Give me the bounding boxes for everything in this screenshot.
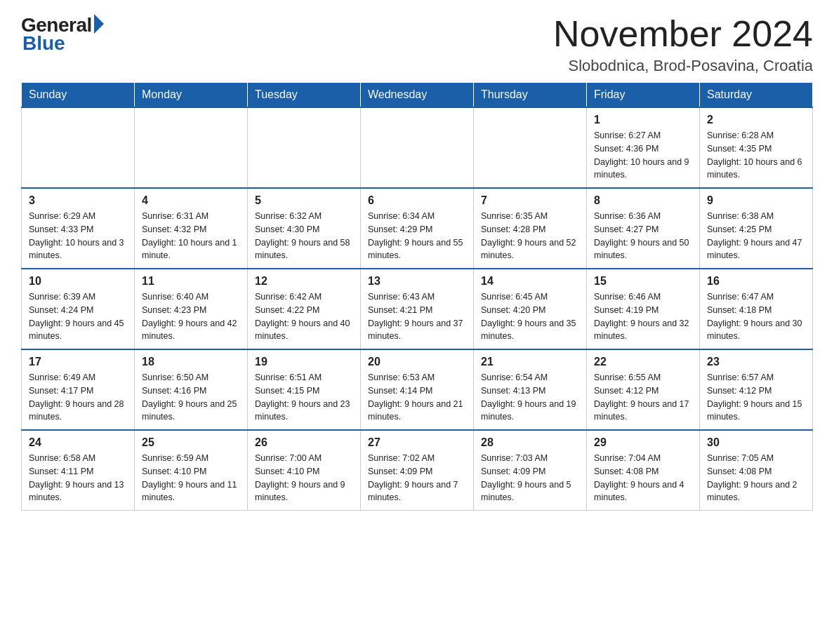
calendar-week-row: 17Sunrise: 6:49 AMSunset: 4:17 PMDayligh… <box>22 349 813 430</box>
day-info: Sunrise: 7:05 AMSunset: 4:08 PMDaylight:… <box>707 452 805 504</box>
day-number: 16 <box>707 275 805 288</box>
day-info: Sunrise: 6:38 AMSunset: 4:25 PMDaylight:… <box>707 210 805 262</box>
table-row: 11Sunrise: 6:40 AMSunset: 4:23 PMDayligh… <box>135 269 248 349</box>
day-number: 10 <box>29 275 127 288</box>
day-info: Sunrise: 6:31 AMSunset: 4:32 PMDaylight:… <box>142 210 240 262</box>
table-row: 14Sunrise: 6:45 AMSunset: 4:20 PMDayligh… <box>474 269 587 349</box>
day-number: 6 <box>368 194 466 207</box>
table-row: 18Sunrise: 6:50 AMSunset: 4:16 PMDayligh… <box>135 349 248 430</box>
day-number: 25 <box>142 436 240 449</box>
table-row: 12Sunrise: 6:42 AMSunset: 4:22 PMDayligh… <box>248 269 361 349</box>
table-row: 9Sunrise: 6:38 AMSunset: 4:25 PMDaylight… <box>700 188 813 269</box>
table-row <box>135 107 248 188</box>
table-row: 16Sunrise: 6:47 AMSunset: 4:18 PMDayligh… <box>700 269 813 349</box>
day-info: Sunrise: 6:55 AMSunset: 4:12 PMDaylight:… <box>594 371 692 424</box>
day-number: 12 <box>255 275 353 288</box>
day-info: Sunrise: 6:40 AMSunset: 4:23 PMDaylight:… <box>142 290 240 343</box>
day-number: 4 <box>142 194 240 207</box>
table-row: 29Sunrise: 7:04 AMSunset: 4:08 PMDayligh… <box>587 430 700 511</box>
table-row: 24Sunrise: 6:58 AMSunset: 4:11 PMDayligh… <box>22 430 135 511</box>
day-number: 14 <box>481 275 579 288</box>
day-number: 8 <box>594 194 692 207</box>
table-row: 8Sunrise: 6:36 AMSunset: 4:27 PMDaylight… <box>587 188 700 269</box>
calendar-week-row: 3Sunrise: 6:29 AMSunset: 4:33 PMDaylight… <box>22 188 813 269</box>
day-number: 7 <box>481 194 579 207</box>
day-number: 19 <box>255 356 353 368</box>
table-row: 13Sunrise: 6:43 AMSunset: 4:21 PMDayligh… <box>361 269 474 349</box>
day-number: 9 <box>707 194 805 207</box>
day-info: Sunrise: 6:32 AMSunset: 4:30 PMDaylight:… <box>255 210 353 262</box>
day-info: Sunrise: 6:29 AMSunset: 4:33 PMDaylight:… <box>29 210 127 262</box>
table-row: 21Sunrise: 6:54 AMSunset: 4:13 PMDayligh… <box>474 349 587 430</box>
table-row <box>361 107 474 188</box>
day-number: 22 <box>594 356 692 368</box>
day-info: Sunrise: 6:28 AMSunset: 4:35 PMDaylight:… <box>707 129 805 182</box>
day-info: Sunrise: 6:58 AMSunset: 4:11 PMDaylight:… <box>29 452 127 504</box>
logo-arrow-icon <box>94 14 104 34</box>
location-text: Slobodnica, Brod-Posavina, Croatia <box>553 57 813 75</box>
calendar-header-row: Sunday Monday Tuesday Wednesday Thursday… <box>22 83 813 108</box>
calendar-week-row: 10Sunrise: 6:39 AMSunset: 4:24 PMDayligh… <box>22 269 813 349</box>
day-number: 15 <box>594 275 692 288</box>
table-row <box>22 107 135 188</box>
col-sunday: Sunday <box>22 83 135 108</box>
day-number: 29 <box>594 436 692 449</box>
table-row <box>248 107 361 188</box>
day-info: Sunrise: 6:59 AMSunset: 4:10 PMDaylight:… <box>142 452 240 504</box>
day-info: Sunrise: 7:02 AMSunset: 4:09 PMDaylight:… <box>368 452 466 504</box>
day-info: Sunrise: 6:57 AMSunset: 4:12 PMDaylight:… <box>707 371 805 424</box>
table-row: 25Sunrise: 6:59 AMSunset: 4:10 PMDayligh… <box>135 430 248 511</box>
table-row: 22Sunrise: 6:55 AMSunset: 4:12 PMDayligh… <box>587 349 700 430</box>
page-header: General Blue November 2024 Slobodnica, B… <box>21 14 813 75</box>
day-number: 18 <box>142 356 240 368</box>
day-info: Sunrise: 6:39 AMSunset: 4:24 PMDaylight:… <box>29 290 127 343</box>
calendar-table: Sunday Monday Tuesday Wednesday Thursday… <box>21 82 813 511</box>
calendar-week-row: 24Sunrise: 6:58 AMSunset: 4:11 PMDayligh… <box>22 430 813 511</box>
col-wednesday: Wednesday <box>361 83 474 108</box>
day-number: 21 <box>481 356 579 368</box>
day-number: 1 <box>594 114 692 126</box>
table-row: 23Sunrise: 6:57 AMSunset: 4:12 PMDayligh… <box>700 349 813 430</box>
logo-blue-text: Blue <box>21 32 65 55</box>
title-section: November 2024 Slobodnica, Brod-Posavina,… <box>553 14 813 75</box>
day-number: 24 <box>29 436 127 449</box>
day-info: Sunrise: 6:45 AMSunset: 4:20 PMDaylight:… <box>481 290 579 343</box>
day-number: 13 <box>368 275 466 288</box>
day-info: Sunrise: 6:42 AMSunset: 4:22 PMDaylight:… <box>255 290 353 343</box>
day-info: Sunrise: 7:03 AMSunset: 4:09 PMDaylight:… <box>481 452 579 504</box>
day-number: 30 <box>707 436 805 449</box>
table-row: 28Sunrise: 7:03 AMSunset: 4:09 PMDayligh… <box>474 430 587 511</box>
day-number: 2 <box>707 114 805 126</box>
col-monday: Monday <box>135 83 248 108</box>
day-info: Sunrise: 6:50 AMSunset: 4:16 PMDaylight:… <box>142 371 240 424</box>
day-info: Sunrise: 6:34 AMSunset: 4:29 PMDaylight:… <box>368 210 466 262</box>
day-number: 20 <box>368 356 466 368</box>
table-row <box>474 107 587 188</box>
table-row: 7Sunrise: 6:35 AMSunset: 4:28 PMDaylight… <box>474 188 587 269</box>
logo: General Blue <box>21 14 104 55</box>
day-number: 26 <box>255 436 353 449</box>
day-number: 11 <box>142 275 240 288</box>
table-row: 30Sunrise: 7:05 AMSunset: 4:08 PMDayligh… <box>700 430 813 511</box>
day-number: 17 <box>29 356 127 368</box>
table-row: 2Sunrise: 6:28 AMSunset: 4:35 PMDaylight… <box>700 107 813 188</box>
day-info: Sunrise: 6:47 AMSunset: 4:18 PMDaylight:… <box>707 290 805 343</box>
day-number: 23 <box>707 356 805 368</box>
col-tuesday: Tuesday <box>248 83 361 108</box>
table-row: 6Sunrise: 6:34 AMSunset: 4:29 PMDaylight… <box>361 188 474 269</box>
table-row: 10Sunrise: 6:39 AMSunset: 4:24 PMDayligh… <box>22 269 135 349</box>
day-info: Sunrise: 6:46 AMSunset: 4:19 PMDaylight:… <box>594 290 692 343</box>
day-number: 28 <box>481 436 579 449</box>
day-info: Sunrise: 6:54 AMSunset: 4:13 PMDaylight:… <box>481 371 579 424</box>
day-info: Sunrise: 6:53 AMSunset: 4:14 PMDaylight:… <box>368 371 466 424</box>
day-number: 5 <box>255 194 353 207</box>
table-row: 19Sunrise: 6:51 AMSunset: 4:15 PMDayligh… <box>248 349 361 430</box>
table-row: 17Sunrise: 6:49 AMSunset: 4:17 PMDayligh… <box>22 349 135 430</box>
col-thursday: Thursday <box>474 83 587 108</box>
col-friday: Friday <box>587 83 700 108</box>
day-info: Sunrise: 6:36 AMSunset: 4:27 PMDaylight:… <box>594 210 692 262</box>
table-row: 15Sunrise: 6:46 AMSunset: 4:19 PMDayligh… <box>587 269 700 349</box>
month-title: November 2024 <box>553 14 813 54</box>
table-row: 27Sunrise: 7:02 AMSunset: 4:09 PMDayligh… <box>361 430 474 511</box>
table-row: 4Sunrise: 6:31 AMSunset: 4:32 PMDaylight… <box>135 188 248 269</box>
